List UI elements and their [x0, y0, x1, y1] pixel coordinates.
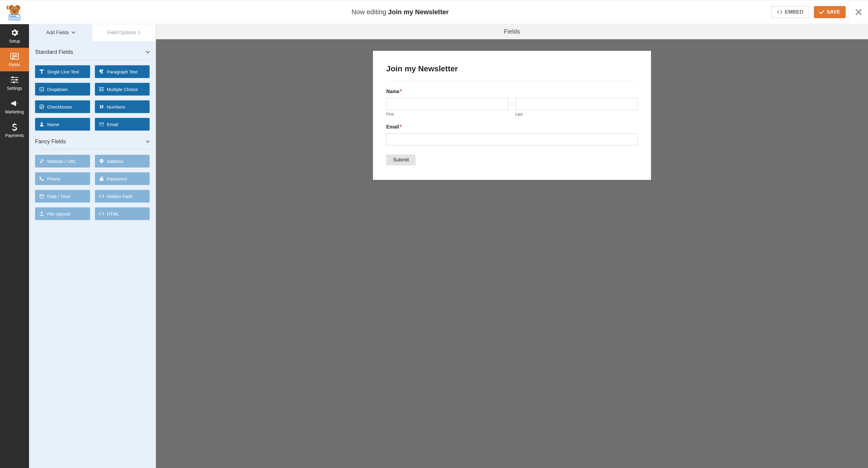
svg-rect-20: [41, 69, 42, 74]
svg-rect-6: [9, 14, 20, 20]
fields-panel: Add Fields Field Options Standard Fields…: [29, 24, 156, 468]
app-logo: [0, 4, 29, 21]
svg-point-24: [99, 89, 101, 90]
svg-rect-17: [16, 79, 17, 81]
nav-fields[interactable]: Fields: [0, 48, 29, 71]
link-icon: [39, 159, 44, 164]
field-name[interactable]: Name: [35, 118, 90, 130]
nav-settings[interactable]: Settings: [0, 71, 29, 95]
left-nav: Setup Fields Settings Marketing: [0, 24, 29, 468]
hash-icon: [99, 104, 104, 109]
field-checkboxes[interactable]: Checkboxes: [35, 100, 90, 113]
last-sublabel: Last: [515, 112, 638, 116]
svg-point-2: [10, 6, 19, 16]
editing-title: Now editing Join my Newsletter: [29, 8, 771, 16]
svg-point-3: [12, 10, 13, 11]
sliders-icon: [10, 76, 19, 84]
nav-payments[interactable]: Payments: [0, 118, 29, 142]
svg-rect-7: [10, 16, 16, 17]
chevron-down-icon: [72, 31, 75, 34]
nav-marketing[interactable]: Marketing: [0, 95, 29, 118]
field-preview-email[interactable]: Email*: [386, 124, 638, 145]
svg-point-26: [99, 90, 101, 91]
bullhorn-icon: [10, 99, 19, 108]
code-icon: [99, 194, 104, 199]
tab-field-options[interactable]: Field Options: [92, 24, 156, 41]
checkbox-icon: [39, 104, 44, 109]
field-date-time[interactable]: Date / Time: [35, 190, 90, 203]
svg-rect-12: [12, 58, 15, 59]
submit-button[interactable]: Submit: [386, 154, 415, 165]
user-icon: [39, 122, 44, 127]
svg-rect-23: [101, 87, 104, 88]
svg-point-29: [41, 122, 42, 124]
save-button[interactable]: SAVE: [814, 6, 846, 18]
section-fancy-fields[interactable]: Fancy Fields: [35, 137, 150, 149]
field-password[interactable]: Password: [95, 172, 150, 185]
field-file-upload[interactable]: File Upload: [35, 207, 90, 220]
field-email[interactable]: Email: [95, 118, 150, 130]
check-icon: [819, 10, 824, 14]
lock-icon: [99, 176, 104, 181]
phone-icon: [39, 176, 44, 181]
field-numbers[interactable]: Numbers: [95, 100, 150, 113]
upload-icon: [39, 211, 44, 216]
form-preview[interactable]: Join my Newsletter Name* First Last: [373, 51, 651, 180]
email-input[interactable]: [386, 133, 638, 145]
embed-button[interactable]: EMBED: [771, 6, 809, 18]
field-dropdown[interactable]: Dropdown: [35, 83, 90, 95]
field-paragraph-text[interactable]: Paragraph Text: [95, 65, 150, 78]
field-multiple-choice[interactable]: Multiple Choice: [95, 83, 150, 95]
svg-rect-16: [12, 77, 13, 78]
svg-point-22: [99, 87, 101, 88]
svg-point-5: [13, 11, 16, 13]
svg-rect-8: [10, 18, 19, 18]
svg-rect-31: [40, 195, 43, 198]
last-name-input[interactable]: [515, 98, 638, 110]
svg-rect-10: [12, 55, 17, 56]
preview-heading: Fields: [156, 24, 868, 39]
form-title: Join my Newsletter: [386, 64, 638, 81]
tab-add-fields[interactable]: Add Fields: [29, 24, 92, 41]
field-address[interactable]: Address: [95, 155, 150, 168]
svg-rect-30: [100, 178, 103, 181]
paragraph-icon: [99, 69, 104, 74]
svg-point-4: [16, 10, 17, 11]
dollar-icon: [10, 123, 19, 131]
first-sublabel: First: [386, 112, 509, 116]
nav-setup[interactable]: Setup: [0, 24, 29, 48]
svg-rect-18: [13, 81, 14, 83]
preview-area: Fields Join my Newsletter Name* First: [156, 24, 868, 468]
first-name-input[interactable]: [386, 98, 509, 110]
field-html[interactable]: HTML: [95, 207, 150, 220]
field-preview-name[interactable]: Name* First Last: [386, 89, 638, 116]
calendar-icon: [39, 194, 44, 199]
code-icon: [99, 211, 104, 216]
chevron-down-icon: [146, 141, 150, 143]
field-single-line-text[interactable]: Single Line Text: [35, 65, 90, 78]
chevron-right-icon: [138, 31, 141, 34]
svg-rect-14: [10, 80, 19, 80]
text-icon: [39, 69, 44, 74]
field-website-url[interactable]: Website / URL: [35, 155, 90, 168]
svg-rect-27: [101, 90, 104, 91]
envelope-icon: [99, 122, 104, 127]
list-icon: [99, 87, 104, 92]
form-icon: [10, 52, 19, 60]
map-pin-icon: [99, 159, 104, 164]
code-icon: [777, 10, 782, 14]
close-icon: [855, 9, 862, 16]
chevron-down-icon: [146, 51, 150, 54]
svg-rect-13: [10, 77, 19, 78]
svg-rect-25: [101, 89, 104, 89]
svg-rect-11: [12, 56, 17, 57]
section-standard-fields[interactable]: Standard Fields: [35, 47, 150, 60]
close-button[interactable]: [849, 0, 868, 24]
field-hidden[interactable]: Hidden Field: [95, 190, 150, 203]
field-phone[interactable]: Phone: [35, 172, 90, 185]
caret-square-icon: [39, 87, 44, 92]
gear-icon: [10, 28, 19, 37]
